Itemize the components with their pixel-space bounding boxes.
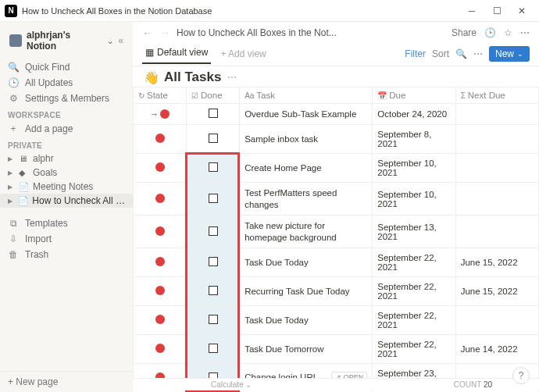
state-cell[interactable] xyxy=(134,276,187,305)
next-due-cell[interactable] xyxy=(455,183,538,216)
more-icon[interactable]: ⋯ xyxy=(520,27,530,38)
window-maximize[interactable]: ☐ xyxy=(484,2,509,20)
col-due[interactable]: 📅Due xyxy=(373,87,455,104)
checkbox[interactable] xyxy=(209,286,218,295)
due-cell[interactable]: September 13, 2021 xyxy=(373,216,455,248)
add-view[interactable]: + Add view xyxy=(217,45,269,62)
next-due-cell[interactable]: June 15, 2022 xyxy=(455,248,538,276)
done-cell[interactable] xyxy=(187,104,240,125)
done-cell[interactable] xyxy=(187,305,240,334)
nav-forward-icon[interactable]: → xyxy=(159,27,170,39)
checkbox[interactable] xyxy=(209,194,218,203)
quick-find[interactable]: 🔍 Quick Find xyxy=(0,59,133,75)
settings-members[interactable]: ⚙ Settings & Members xyxy=(0,91,133,106)
next-due-cell[interactable] xyxy=(455,216,538,248)
task-cell[interactable]: Test PerfMatters speed changes xyxy=(240,183,373,216)
workspace-switcher[interactable]: alphrjan's Notion ⌄ « xyxy=(8,27,125,55)
done-cell[interactable] xyxy=(187,216,240,248)
task-cell[interactable]: Sample inbox task xyxy=(240,125,373,154)
done-cell[interactable] xyxy=(187,276,240,305)
calculate-menu[interactable]: Calculate ⌄ xyxy=(211,380,252,389)
done-cell[interactable] xyxy=(187,334,240,363)
new-page[interactable]: + New page xyxy=(0,371,133,392)
task-cell[interactable]: Task Due Today xyxy=(240,248,373,276)
next-due-cell[interactable] xyxy=(455,154,538,183)
all-updates[interactable]: 🕒 All Updates xyxy=(0,75,133,91)
new-button[interactable]: New ⌄ xyxy=(489,46,530,62)
task-cell[interactable]: Recurring Task Due Today xyxy=(240,276,373,305)
caret-right-icon[interactable]: ▶ xyxy=(8,169,16,176)
due-cell[interactable]: September 10, 2021 xyxy=(373,183,455,216)
search-icon[interactable]: 🔍 xyxy=(455,48,467,59)
checkbox[interactable] xyxy=(209,226,218,236)
state-cell[interactable] xyxy=(134,104,187,125)
table-row[interactable]: Test PerfMatters speed changesSeptember … xyxy=(134,183,539,216)
favorite-icon[interactable]: ☆ xyxy=(504,27,512,38)
templates[interactable]: ⧉ Templates xyxy=(0,216,133,231)
add-a-page[interactable]: + Add a page xyxy=(0,121,133,137)
collapse-sidebar-icon[interactable]: « xyxy=(118,35,123,46)
col-next-due[interactable]: ΣNext Due xyxy=(455,87,538,104)
checkbox[interactable] xyxy=(209,109,218,118)
sidebar-page-alphr[interactable]: ▶ 🖥 alphr xyxy=(0,151,133,166)
import[interactable]: ⇩ Import xyxy=(0,231,133,247)
state-cell[interactable] xyxy=(134,154,187,183)
window-close[interactable]: ✕ xyxy=(509,2,534,20)
next-due-cell[interactable]: June 14, 2022 xyxy=(455,334,538,363)
next-due-cell[interactable] xyxy=(455,104,538,125)
task-cell[interactable]: Create Home Page xyxy=(240,154,373,183)
trash[interactable]: 🗑 Trash xyxy=(0,247,133,262)
table-row[interactable]: Task Due TodaySeptember 22, 2021June 15,… xyxy=(134,248,539,276)
task-cell[interactable]: Task Due Tomorrow xyxy=(240,334,373,363)
state-cell[interactable] xyxy=(134,305,187,334)
state-cell[interactable] xyxy=(134,248,187,276)
table-row[interactable]: Take new picture for homepage background… xyxy=(134,216,539,248)
state-cell[interactable] xyxy=(134,183,187,216)
caret-right-icon[interactable]: ▶ xyxy=(8,184,16,191)
task-cell[interactable]: Task Due Today xyxy=(240,305,373,334)
table-row[interactable]: Recurring Task Due TodaySeptember 22, 20… xyxy=(134,276,539,305)
database-emoji[interactable]: 👋 xyxy=(144,70,159,85)
due-cell[interactable]: October 24, 2020 xyxy=(373,104,455,125)
more-icon[interactable]: ⋯ xyxy=(473,48,483,59)
updates-icon[interactable]: 🕒 xyxy=(484,27,496,38)
due-cell[interactable]: September 22, 2021 xyxy=(373,305,455,334)
done-cell[interactable] xyxy=(187,248,240,276)
col-task[interactable]: AaTask xyxy=(240,87,373,104)
next-due-cell[interactable]: June 15, 2022 xyxy=(455,276,538,305)
view-tab-default[interactable]: ▦ Default view xyxy=(142,44,211,64)
next-due-cell[interactable] xyxy=(455,125,538,154)
state-cell[interactable] xyxy=(134,216,187,248)
share-button[interactable]: Share xyxy=(452,27,477,38)
nav-back-icon[interactable]: ← xyxy=(142,27,153,39)
due-cell[interactable]: September 8, 2021 xyxy=(373,125,455,154)
checkbox[interactable] xyxy=(209,344,218,353)
table-row[interactable]: Task Due TodaySeptember 22, 2021 xyxy=(134,305,539,334)
sidebar-page-current[interactable]: ▶ 📄 How to Uncheck All Bo... xyxy=(0,194,133,208)
filter-button[interactable]: Filter xyxy=(405,48,426,59)
sidebar-page-goals[interactable]: ▶ ◆ Goals xyxy=(0,166,133,180)
table-row[interactable]: Create Home PageSeptember 10, 2021 xyxy=(134,154,539,183)
database-title[interactable]: All Tasks xyxy=(164,69,221,85)
state-cell[interactable] xyxy=(134,334,187,363)
sidebar-page-meeting-notes[interactable]: ▶ 📄 Meeting Notes xyxy=(0,180,133,194)
task-cell[interactable]: Take new picture for homepage background xyxy=(240,216,373,248)
caret-right-icon[interactable]: ▶ xyxy=(8,198,15,205)
due-cell[interactable]: September 22, 2021 xyxy=(373,276,455,305)
checkbox[interactable] xyxy=(209,162,218,172)
checkbox[interactable] xyxy=(209,257,218,266)
col-done[interactable]: ☑Done xyxy=(187,87,240,104)
database-menu-icon[interactable]: ⋯ xyxy=(227,72,237,83)
breadcrumb[interactable]: How to Uncheck All Boxes in the Not... xyxy=(177,27,337,38)
col-state[interactable]: ↻State xyxy=(134,87,187,104)
row-count[interactable]: COUNT 20 xyxy=(454,380,492,389)
help-button[interactable]: ? xyxy=(512,367,530,384)
state-cell[interactable] xyxy=(134,125,187,154)
table-row[interactable]: Sample inbox taskSeptember 8, 2021 xyxy=(134,125,539,154)
next-due-cell[interactable] xyxy=(455,305,538,334)
table-row[interactable]: Task Due TomorrowSeptember 22, 2021June … xyxy=(134,334,539,363)
due-cell[interactable]: September 22, 2021 xyxy=(373,248,455,276)
done-cell[interactable] xyxy=(187,154,240,183)
window-minimize[interactable]: ─ xyxy=(459,2,484,20)
task-cell[interactable]: Overdue Sub-Task Example xyxy=(240,104,373,125)
